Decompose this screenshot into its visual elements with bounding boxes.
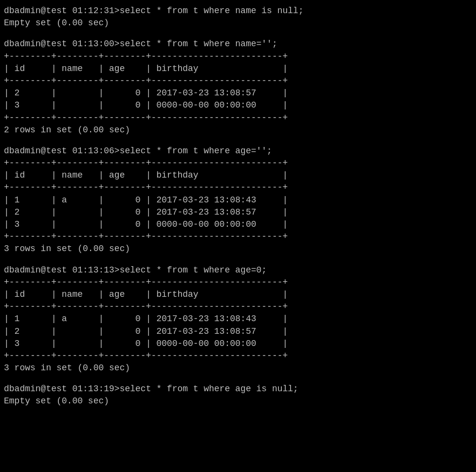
table-border-top: +--------+--------+--------+------------… [4, 157, 472, 169]
table-row-3: | 3 | | 0 | 0000-00-00 00:00:00 | [4, 218, 472, 231]
table-border-top: +--------+--------+--------+------------… [4, 276, 472, 289]
result-line-1: Empty set (0.00 sec) [4, 17, 472, 29]
table-border-top: +--------+--------+--------+------------… [4, 51, 472, 63]
table-border-bot: +--------+--------+--------+------------… [4, 350, 472, 362]
result-line-1: 2 rows in set (0.00 sec) [4, 124, 472, 136]
prompt-line: dbadmin@test 01:13:00>select * from t wh… [4, 38, 472, 50]
table-border-bot: +--------+--------+--------+------------… [4, 231, 472, 243]
terminal-block-2: dbadmin@test 01:13:00>select * from t wh… [4, 38, 472, 136]
prompt-line: dbadmin@test 01:13:06>select * from t wh… [4, 145, 472, 157]
table-row-2: | 3 | | 0 | 0000-00-00 00:00:00 | [4, 99, 472, 111]
table-row-1: | 1 | a | 0 | 2017-03-23 13:08:43 | [4, 194, 472, 206]
terminal-container: dbadmin@test 01:12:31>select * from t wh… [4, 5, 472, 408]
table-border-mid: +--------+--------+--------+------------… [4, 75, 472, 87]
table-header: | id | name | age | birthday | [4, 169, 472, 182]
terminal-block-5: dbadmin@test 01:13:19>select * from t wh… [4, 383, 472, 407]
prompt-line: dbadmin@test 01:12:31>select * from t wh… [4, 5, 472, 17]
table-row-1: | 2 | | 0 | 2017-03-23 13:08:57 | [4, 87, 472, 99]
table-row-3: | 3 | | 0 | 0000-00-00 00:00:00 | [4, 338, 472, 350]
terminal-block-3: dbadmin@test 01:13:06>select * from t wh… [4, 145, 472, 255]
table-border-mid: +--------+--------+--------+------------… [4, 301, 472, 313]
prompt-line: dbadmin@test 01:13:13>select * from t wh… [4, 264, 472, 276]
terminal-block-1: dbadmin@test 01:12:31>select * from t wh… [4, 5, 472, 29]
table-border-mid: +--------+--------+--------+------------… [4, 182, 472, 194]
result-line-1: 3 rows in set (0.00 sec) [4, 243, 472, 255]
result-line-1: 3 rows in set (0.00 sec) [4, 362, 472, 374]
table-row-2: | 2 | | 0 | 2017-03-23 13:08:57 | [4, 206, 472, 218]
table-border-bot: +--------+--------+--------+------------… [4, 112, 472, 124]
table-row-2: | 2 | | 0 | 2017-03-23 13:08:57 | [4, 326, 472, 338]
table-row-1: | 1 | a | 0 | 2017-03-23 13:08:43 | [4, 313, 472, 325]
prompt-line: dbadmin@test 01:13:19>select * from t wh… [4, 383, 472, 395]
terminal-block-4: dbadmin@test 01:13:13>select * from t wh… [4, 264, 472, 375]
table-header: | id | name | age | birthday | [4, 63, 472, 75]
table-header: | id | name | age | birthday | [4, 289, 472, 301]
result-line-1: Empty set (0.00 sec) [4, 395, 472, 407]
